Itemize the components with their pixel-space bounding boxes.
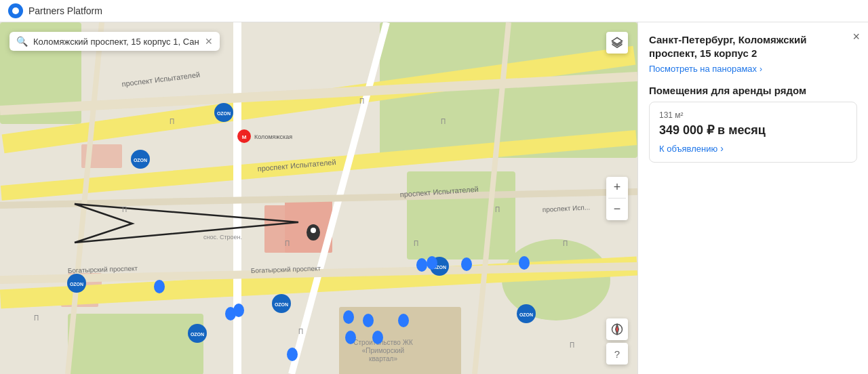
svg-text:П: П (34, 314, 39, 322)
svg-point-43 (461, 257, 472, 271)
svg-point-47 (363, 314, 374, 327)
panel-header: Санкт-Петербург, Коломяжский проспект, 1… (638, 22, 868, 79)
app-logo-icon (8, 3, 23, 18)
panel-title: Санкт-Петербург, Коломяжский проспект, 1… (649, 33, 857, 60)
svg-text:квартал»: квартал» (369, 355, 397, 362)
svg-text:П: П (285, 240, 290, 247)
svg-rect-5 (68, 314, 203, 374)
right-panel: Санкт-Петербург, Коломяжский проспект, 1… (637, 22, 868, 374)
main-content: Строительство ЖК «Приморский квартал» OZ… (0, 22, 868, 374)
svg-point-44 (519, 256, 530, 270)
app-title: Partners Platform (28, 5, 102, 16)
svg-text:«Приморский: «Приморский (362, 347, 404, 354)
svg-text:П: П (563, 240, 568, 247)
zoom-button-group: + − (606, 177, 628, 220)
svg-point-55 (233, 304, 244, 317)
svg-text:Строительство ЖК: Строительство ЖК (353, 339, 413, 346)
compass-button[interactable] (606, 318, 628, 340)
search-bar[interactable]: 🔍 Коломяжский проспект, 15 корпус 1, Сан… (9, 32, 220, 51)
zoom-out-button[interactable]: − (606, 199, 628, 220)
svg-text:П: П (359, 98, 364, 105)
svg-point-50 (345, 331, 356, 344)
map-marker-2: OZON (67, 274, 86, 293)
search-clear-button[interactable]: ✕ (205, 36, 213, 47)
map-marker-6: OZON (517, 304, 536, 323)
rental-card: 131 м² 349 000 ₽ в месяц К объявлению › (649, 102, 857, 163)
svg-point-51 (287, 348, 298, 361)
map-marker-5: OZON (188, 324, 207, 343)
map-background: Строительство ЖК «Приморский квартал» OZ… (0, 22, 637, 374)
svg-text:OZON: OZON (191, 332, 204, 337)
zoom-in-button[interactable]: + (606, 177, 628, 199)
svg-point-41 (416, 258, 427, 272)
svg-text:П: П (414, 240, 418, 247)
svg-point-46 (343, 310, 354, 324)
svg-rect-3 (407, 171, 515, 259)
svg-text:П: П (441, 118, 446, 125)
svg-text:П: П (170, 118, 174, 125)
rental-section-title: Помещения для аренды рядом (638, 79, 868, 102)
svg-point-45 (154, 280, 165, 293)
map-container[interactable]: Строительство ЖК «Приморский квартал» OZ… (0, 22, 637, 374)
map-top-controls (606, 32, 628, 54)
svg-point-48 (398, 314, 409, 327)
search-icon: 🔍 (16, 36, 28, 47)
svg-text:Коломяжская: Коломяжская (254, 133, 292, 140)
rental-cta-link[interactable]: К объявлению › (659, 143, 847, 154)
arrow-icon: › (760, 64, 762, 74)
layer-toggle-button[interactable] (606, 32, 628, 54)
panorama-link[interactable]: Посмотреть на панорамах › (649, 64, 857, 74)
map-marker-1: OZON (131, 150, 150, 169)
svg-point-42 (427, 256, 437, 270)
rental-price: 349 000 ₽ в месяц (659, 123, 847, 138)
svg-point-49 (372, 331, 383, 344)
svg-text:П: П (122, 206, 127, 213)
map-marker-7: OZON (214, 103, 233, 122)
svg-text:П: П (298, 328, 303, 335)
svg-text:снос. Строен.: снос. Строен. (203, 234, 242, 241)
svg-point-57 (311, 228, 316, 233)
svg-text:OZON: OZON (134, 158, 147, 163)
rental-area: 131 м² (659, 110, 847, 120)
help-button[interactable]: ? (606, 343, 628, 365)
svg-text:OZON: OZON (70, 282, 83, 287)
zoom-controls: + − (606, 177, 628, 220)
svg-text:OZON: OZON (217, 111, 231, 116)
svg-text:OZON: OZON (275, 302, 288, 307)
svg-text:М: М (242, 134, 247, 140)
svg-text:OZON: OZON (519, 312, 533, 317)
cta-arrow-icon: › (720, 143, 724, 154)
panel-close-button[interactable]: × (852, 30, 860, 43)
svg-text:П: П (495, 206, 500, 213)
app-header: Partners Platform (0, 0, 868, 22)
svg-marker-82 (616, 325, 619, 335)
question-icon: ? (614, 348, 620, 360)
search-input-value: Коломяжский проспект, 15 корпус 1, Сан (33, 37, 199, 47)
map-marker-3: OZON (272, 294, 291, 313)
svg-text:П: П (570, 341, 574, 349)
map-bottom-controls: ? (606, 318, 628, 365)
